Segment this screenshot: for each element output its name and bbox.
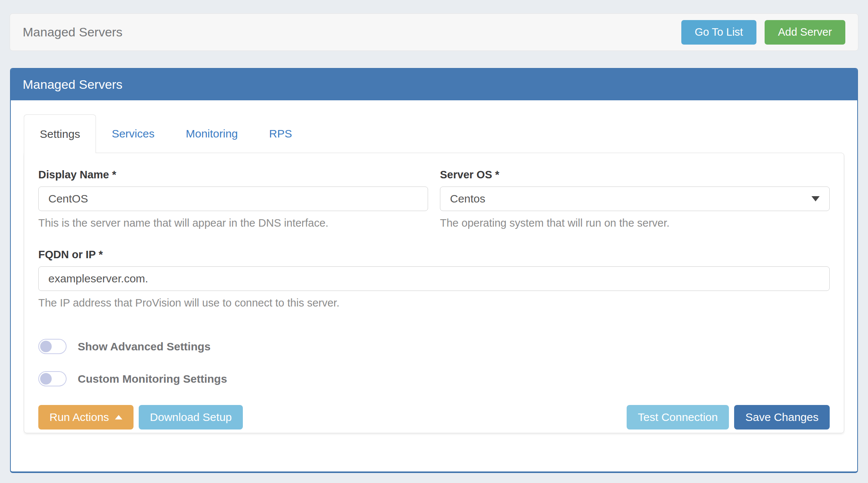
tab-services[interactable]: Services <box>96 114 170 153</box>
download-setup-button[interactable]: Download Setup <box>139 405 243 429</box>
caret-up-icon <box>115 415 122 419</box>
display-name-field-group: Display Name * This is the server name t… <box>38 169 428 229</box>
fqdn-input[interactable] <box>38 266 830 291</box>
tab-rps[interactable]: RPS <box>254 114 308 153</box>
go-to-list-button[interactable]: Go To List <box>681 20 756 45</box>
panel-body: Settings Services Monitoring RPS Display… <box>11 100 857 433</box>
show-advanced-settings-label: Show Advanced Settings <box>78 340 210 353</box>
toggle-knob <box>40 373 52 385</box>
top-toolbar: Managed Servers Go To List Add Server <box>10 13 858 51</box>
tab-settings[interactable]: Settings <box>24 114 96 153</box>
server-os-label: Server OS * <box>440 169 830 181</box>
page-title: Managed Servers <box>23 25 681 39</box>
server-os-select[interactable]: Centos <box>440 187 830 211</box>
custom-monitoring-row: Custom Monitoring Settings <box>38 371 830 386</box>
server-os-field-group: Server OS * Centos The operating system … <box>440 169 830 229</box>
run-actions-label: Run Actions <box>49 411 109 424</box>
panel-header: Managed Servers <box>11 69 857 100</box>
action-button-row: Run Actions Download Setup Test Connecti… <box>38 405 830 429</box>
custom-monitoring-settings-toggle[interactable] <box>38 371 67 386</box>
form-row-2: FQDN or IP * The IP address that ProVisi… <box>38 249 830 309</box>
run-actions-button[interactable]: Run Actions <box>38 405 134 429</box>
server-os-help-text: The operating system that will run on th… <box>440 217 830 229</box>
add-server-button[interactable]: Add Server <box>765 20 845 45</box>
form-row-1: Display Name * This is the server name t… <box>38 169 830 229</box>
display-name-input[interactable] <box>38 187 428 211</box>
toggle-knob <box>40 341 52 352</box>
fqdn-help-text: The IP address that ProVision will use t… <box>38 297 830 309</box>
settings-tab-content: Display Name * This is the server name t… <box>24 153 844 433</box>
display-name-label: Display Name * <box>38 169 428 181</box>
test-connection-button[interactable]: Test Connection <box>627 405 729 429</box>
managed-servers-panel: Managed Servers Settings Services Monito… <box>10 68 858 473</box>
custom-monitoring-settings-label: Custom Monitoring Settings <box>78 373 227 385</box>
tab-bar: Settings Services Monitoring RPS <box>24 114 844 153</box>
panel-title: Managed Servers <box>23 77 122 92</box>
show-advanced-settings-toggle[interactable] <box>38 339 67 354</box>
caret-down-icon <box>811 196 820 201</box>
fqdn-label: FQDN or IP * <box>38 249 830 261</box>
tab-monitoring[interactable]: Monitoring <box>170 114 253 153</box>
server-os-selected-value: Centos <box>450 192 485 205</box>
advanced-settings-row: Show Advanced Settings <box>38 339 830 354</box>
toggle-section: Show Advanced Settings Custom Monitoring… <box>38 339 830 386</box>
save-changes-button[interactable]: Save Changes <box>734 405 830 429</box>
display-name-help-text: This is the server name that will appear… <box>38 217 428 229</box>
